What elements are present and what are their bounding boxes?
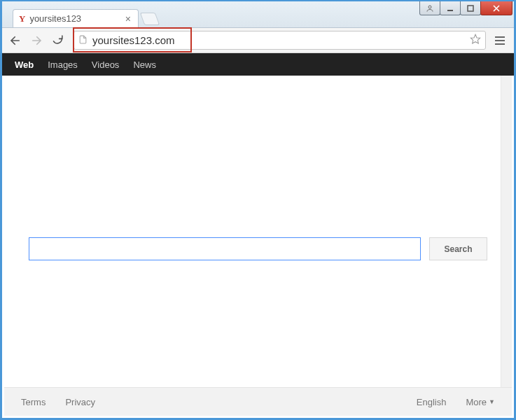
nav-tab-images[interactable]: Images (48, 59, 78, 70)
footer-more-label: More (466, 397, 487, 407)
browser-toolbar: yoursites123.com (2, 28, 514, 53)
window-titlebar: Y yoursites123 × (2, 1, 514, 28)
page-footer: Terms Privacy English More ▼ (4, 387, 512, 416)
page-content: Search (2, 76, 514, 387)
footer-privacy-link[interactable]: Privacy (65, 397, 95, 407)
menu-button[interactable] (491, 32, 508, 49)
back-button[interactable] (8, 33, 23, 48)
maximize-button[interactable] (460, 1, 481, 15)
tab-title: yoursites123 (29, 13, 119, 24)
address-bar[interactable]: yoursites123.com (74, 31, 486, 50)
minimize-button[interactable] (440, 1, 461, 15)
nav-tab-videos[interactable]: Videos (92, 59, 120, 70)
reload-button[interactable] (50, 33, 65, 48)
nav-tab-web[interactable]: Web (15, 59, 34, 70)
vertical-scrollbar[interactable] (501, 76, 512, 416)
browser-tab[interactable]: Y yoursites123 × (13, 9, 139, 27)
search-area: Search (29, 237, 487, 260)
user-icon[interactable] (419, 1, 440, 15)
svg-marker-3 (470, 34, 480, 43)
svg-rect-2 (468, 6, 473, 11)
footer-language-link[interactable]: English (417, 397, 447, 407)
search-input[interactable] (29, 237, 421, 260)
close-tab-icon[interactable]: × (124, 14, 132, 24)
url-text: yoursites123.com (92, 34, 175, 46)
svg-point-0 (428, 6, 431, 8)
close-window-button[interactable] (480, 1, 512, 15)
page-icon (78, 34, 88, 47)
search-button[interactable]: Search (429, 237, 487, 260)
dropdown-caret-icon: ▼ (489, 398, 495, 405)
new-tab-button[interactable] (140, 13, 160, 25)
svg-rect-1 (447, 10, 453, 11)
footer-more-link[interactable]: More ▼ (466, 397, 495, 407)
bookmark-star-icon[interactable] (470, 34, 481, 47)
site-category-nav: Web Images Videos News (2, 53, 514, 76)
favicon-icon: Y (19, 14, 25, 23)
nav-tab-news[interactable]: News (133, 59, 156, 70)
forward-button[interactable] (29, 33, 44, 48)
footer-terms-link[interactable]: Terms (21, 397, 46, 407)
